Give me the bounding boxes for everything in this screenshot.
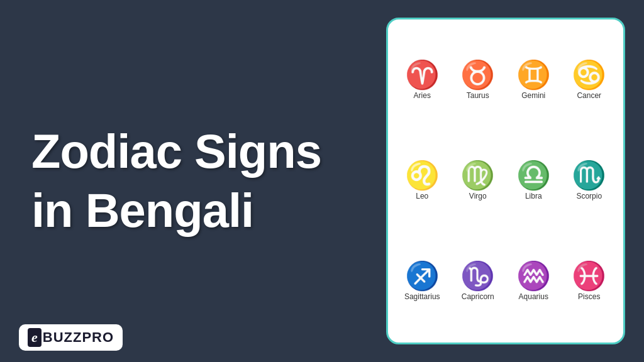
zodiac-symbol-taurus: ♉ bbox=[460, 61, 495, 89]
zodiac-item-aquarius: ♒Aquarius bbox=[516, 262, 551, 301]
zodiac-name-taurus: Taurus bbox=[467, 91, 489, 100]
zodiac-name-virgo: Virgo bbox=[469, 192, 487, 200]
zodiac-item-taurus: ♉Taurus bbox=[460, 61, 495, 100]
zodiac-item-cancer: ♋Cancer bbox=[572, 61, 606, 100]
zodiac-row-2: ♐Sagittarius♑Capricorn♒Aquarius♓Pisces bbox=[394, 233, 617, 330]
zodiac-item-pisces: ♓Pisces bbox=[572, 262, 606, 301]
zodiac-symbol-cancer: ♋ bbox=[572, 61, 606, 89]
zodiac-item-capricorn: ♑Capricorn bbox=[460, 262, 495, 301]
zodiac-item-sagittarius: ♐Sagittarius bbox=[404, 262, 440, 301]
logo-area: e BUZZPRO bbox=[19, 324, 123, 351]
zodiac-symbol-virgo: ♍ bbox=[460, 162, 495, 189]
zodiac-symbol-aries: ♈ bbox=[405, 61, 440, 89]
zodiac-name-aries: Aries bbox=[414, 91, 431, 100]
zodiac-item-aries: ♈Aries bbox=[405, 61, 440, 100]
zodiac-symbol-gemini: ♊ bbox=[516, 61, 551, 89]
zodiac-symbol-libra: ♎ bbox=[516, 162, 551, 189]
zodiac-symbol-leo: ♌ bbox=[405, 162, 440, 189]
zodiac-symbol-sagittarius: ♐ bbox=[405, 262, 440, 290]
zodiac-name-pisces: Pisces bbox=[578, 292, 600, 301]
left-section: Zodiac Signs in Bengali bbox=[0, 0, 386, 362]
zodiac-item-libra: ♎Libra bbox=[516, 162, 551, 200]
title-text-line2: in Bengali bbox=[31, 184, 253, 237]
zodiac-name-libra: Libra bbox=[525, 192, 542, 200]
zodiac-name-capricorn: Capricorn bbox=[462, 292, 494, 301]
zodiac-symbol-pisces: ♓ bbox=[572, 262, 606, 290]
logo-e: e bbox=[28, 328, 42, 347]
title-text-line1: Zodiac Signs bbox=[31, 124, 321, 178]
zodiac-symbol-scorpio: ♏ bbox=[572, 162, 606, 189]
zodiac-name-sagittarius: Sagittarius bbox=[404, 292, 440, 301]
zodiac-name-gemini: Gemini bbox=[521, 91, 545, 100]
zodiac-item-virgo: ♍Virgo bbox=[460, 162, 495, 200]
zodiac-name-aquarius: Aquarius bbox=[519, 292, 548, 301]
zodiac-symbol-aquarius: ♒ bbox=[516, 262, 551, 290]
zodiac-symbol-capricorn: ♑ bbox=[460, 262, 495, 290]
zodiac-item-gemini: ♊Gemini bbox=[516, 61, 551, 100]
logo-brand-text: BUZZPRO bbox=[43, 329, 114, 346]
title-line1: Zodiac Signs bbox=[31, 125, 321, 178]
zodiac-name-leo: Leo bbox=[416, 192, 428, 200]
zodiac-name-cancer: Cancer bbox=[577, 91, 601, 100]
zodiac-name-scorpio: Scorpio bbox=[576, 192, 602, 200]
zodiac-card: ♈Aries♉Taurus♊Gemini♋Cancer♌Leo♍Virgo♎Li… bbox=[386, 18, 625, 344]
title-line2: in Bengali bbox=[31, 184, 253, 237]
zodiac-item-leo: ♌Leo bbox=[405, 162, 440, 200]
zodiac-row-0: ♈Aries♉Taurus♊Gemini♋Cancer bbox=[394, 32, 617, 129]
zodiac-row-1: ♌Leo♍Virgo♎Libra♏Scorpio bbox=[394, 133, 617, 230]
zodiac-item-scorpio: ♏Scorpio bbox=[572, 162, 606, 200]
